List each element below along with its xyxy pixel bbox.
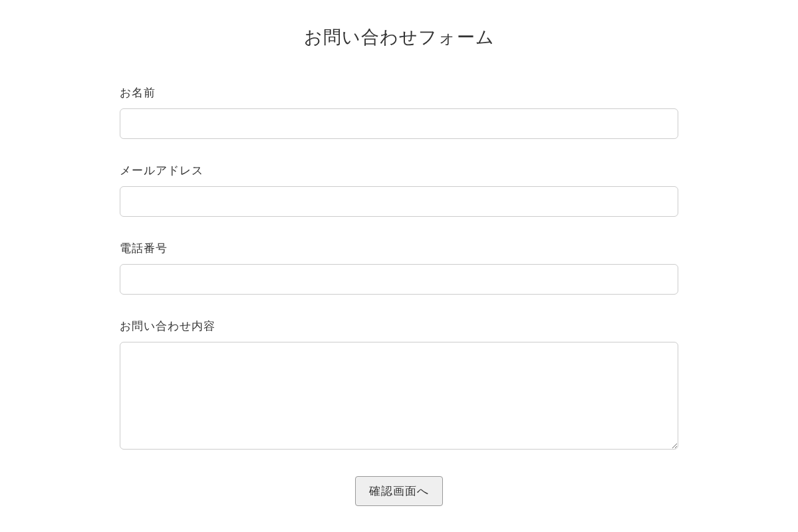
form-group-email: メールアドレス — [120, 163, 678, 217]
form-group-message: お問い合わせ内容 — [120, 319, 678, 452]
contact-form-container: お問い合わせフォーム お名前 メールアドレス 電話番号 お問い合わせ内容 確認画… — [120, 0, 678, 506]
phone-input[interactable] — [120, 264, 678, 295]
form-group-name: お名前 — [120, 85, 678, 139]
message-textarea[interactable] — [120, 342, 678, 450]
email-input[interactable] — [120, 186, 678, 217]
form-group-phone: 電話番号 — [120, 241, 678, 295]
name-label: お名前 — [120, 85, 678, 100]
confirm-button[interactable]: 確認画面へ — [355, 476, 443, 506]
phone-label: 電話番号 — [120, 241, 678, 256]
button-row: 確認画面へ — [120, 476, 678, 506]
message-label: お問い合わせ内容 — [120, 319, 678, 334]
name-input[interactable] — [120, 108, 678, 139]
page-title: お問い合わせフォーム — [120, 25, 678, 49]
email-label: メールアドレス — [120, 163, 678, 178]
